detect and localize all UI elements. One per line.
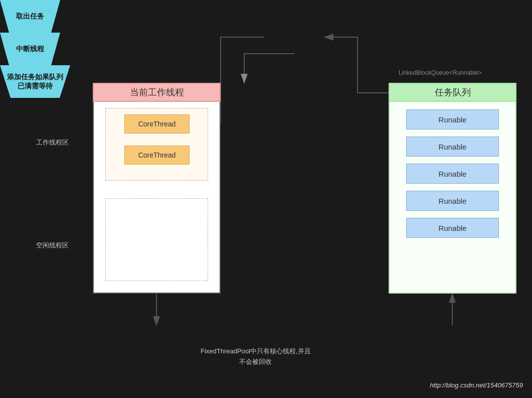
worker-title: 当前工作线程 [130,86,184,98]
runable-item-4: Runable [406,191,499,211]
idle-zone-box [105,198,208,281]
take-task-label: 取出任务 [16,12,44,21]
core-thread-2: CoreThread [124,146,190,165]
linked-queue-note: LinkedBlockQueue<Runnable> [399,69,482,76]
idle-zone-label: 空闲线程区 [36,241,69,250]
task-queue-title: 任务队列 [435,86,471,98]
interrupt-trapezoid: 中断线程 [0,33,60,65]
runable-item-3: Runable [406,164,499,184]
take-task-trapezoid: 取出任务 [0,0,60,33]
core-thread-1: CoreThread [124,114,190,134]
interrupt-label: 中断线程 [16,45,44,54]
runable-item-1: Runable [406,109,499,129]
fixed-note: FixedThreadPool中只有核心线程,并且 不会被回收 [201,346,311,367]
watermark: http://blog.csdn.net/1540675759 [430,381,523,389]
add-task-label: 添加任务如果队列 已满需等待 [7,73,63,91]
work-zone-label: 工作线程区 [36,138,69,147]
add-task-trapezoid: 添加任务如果队列 已满需等待 [0,65,70,98]
runable-item-5: Runable [406,218,499,238]
runable-item-2: Runable [406,137,499,157]
task-queue-header: 任务队列 [389,83,516,102]
diagram-container: 取出任务 LinkedBlockQueue<Runnable> 任务队列 Run… [0,0,532,398]
worker-header: 当前工作线程 [93,83,221,102]
